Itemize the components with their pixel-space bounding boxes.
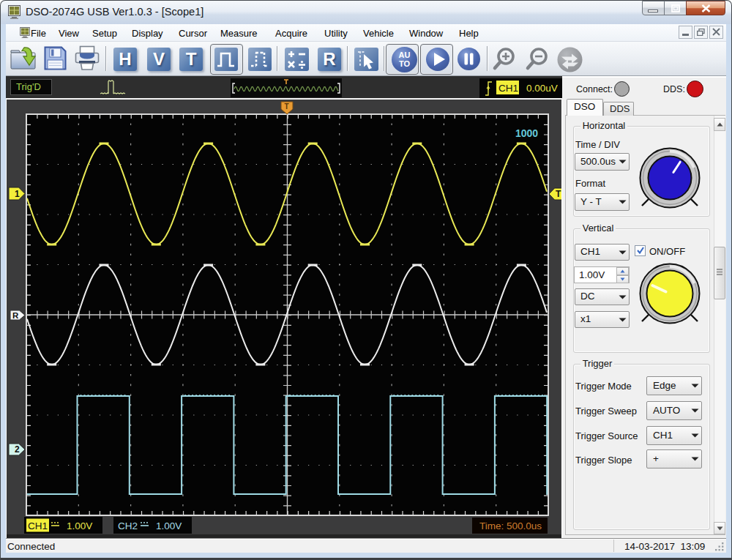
svg-text:2: 2 (15, 444, 20, 455)
svg-text:TO: TO (399, 59, 411, 68)
svg-text:Time: 500.0us: Time: 500.0us (479, 520, 542, 531)
svg-text:AU: AU (399, 51, 411, 59)
svg-text:CH1: CH1 (28, 520, 48, 531)
svg-text:1.00V: 1.00V (67, 520, 92, 531)
svg-text:1.00V: 1.00V (156, 520, 182, 531)
svg-text:R: R (12, 311, 19, 320)
svg-text:CH2: CH2 (118, 520, 138, 531)
svg-text:1: 1 (15, 189, 20, 199)
svg-text:T: T (556, 189, 561, 199)
svg-text:1000: 1000 (515, 127, 538, 139)
svg-text:T: T (285, 102, 289, 111)
